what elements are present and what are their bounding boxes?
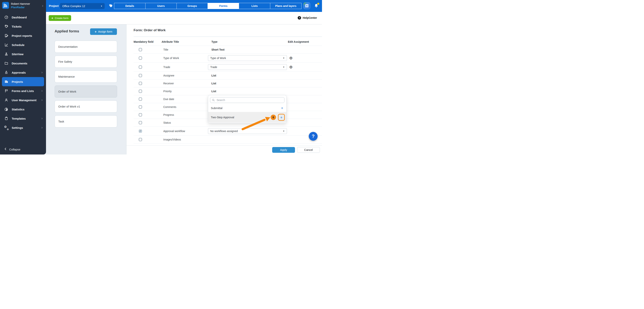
brand-name: PlanRadar (11, 6, 25, 9)
sidebar-item-documents[interactable]: Documents (2, 59, 44, 68)
tab-users[interactable]: Users (145, 3, 177, 9)
form-card-maintenance[interactable]: Maintenance (55, 70, 117, 82)
workflow-search-box[interactable] (210, 97, 284, 103)
planradar-app: Robert Hammer PlanRadar › DashboardTicke… (0, 0, 322, 154)
sidebar-item-templates[interactable]: Templates› (2, 114, 44, 123)
form-card-fire-safety[interactable]: Fire Safety (55, 56, 117, 68)
helpcenter-link[interactable]: HelpCenter (298, 16, 317, 20)
project-select[interactable]: Office Complex 12 (60, 3, 105, 9)
type-select[interactable]: Trade (208, 64, 287, 70)
tab-forms[interactable]: Forms (208, 3, 239, 9)
attribute-title: Status (163, 121, 171, 124)
mandatory-checkbox[interactable] (139, 82, 142, 85)
search-icon (212, 99, 215, 102)
sidebar-item-projects[interactable]: Projects (2, 77, 44, 86)
project-label: Project (49, 0, 59, 12)
sidebar-expand-chevron-icon[interactable]: › (42, 4, 43, 8)
sidebar-item-schedule[interactable]: Schedule (2, 40, 44, 50)
mandatory-checkbox[interactable] (139, 90, 142, 93)
assign-form-button[interactable]: Assign form (90, 28, 117, 35)
form-card-task[interactable]: Task (55, 116, 117, 128)
project-select-value: Office Complex 12 (62, 4, 85, 8)
table-row-priority: PriorityList (134, 88, 322, 95)
sidebar-item-dashboard[interactable]: Dashboard (2, 13, 44, 22)
divider (126, 145, 322, 146)
sidebar-collapse-button[interactable]: Collapse (4, 147, 20, 152)
type-select[interactable]: Type of Work (208, 55, 287, 61)
chevron-left-icon (4, 147, 7, 152)
mandatory-checkbox[interactable] (139, 130, 142, 133)
tab-lists[interactable]: Lists (239, 3, 270, 9)
sidebar-item-statistics[interactable]: Statistics (2, 105, 44, 114)
form-card-label: Order of Work (58, 90, 76, 93)
sidebar-item-label: Tickets (12, 25, 22, 28)
tab-details[interactable]: Details (114, 3, 146, 9)
form-card-label: Task (58, 120, 64, 123)
add-workflow-button[interactable] (278, 114, 285, 121)
sidebar-item-user-management[interactable]: User Management› (2, 96, 44, 105)
tab-groups[interactable]: Groups (176, 3, 208, 9)
mandatory-checkbox[interactable] (139, 121, 142, 124)
sidebar-item-siteview[interactable]: SiteView (2, 50, 44, 59)
attribute-title: Progress (163, 113, 174, 116)
floating-help-button[interactable] (309, 132, 318, 141)
applied-forms-list: DocumentationFire SafetyMaintenanceOrder… (55, 41, 117, 130)
apply-button[interactable]: Apply (272, 147, 295, 153)
sidebar-item-forms-and-lists[interactable]: Forms and Lists› (2, 86, 44, 96)
table-row-approval-workflow: Approval workflowNo workflows assigned (134, 127, 322, 136)
mandatory-checkbox[interactable] (139, 106, 142, 109)
chevron-down-icon (283, 66, 284, 68)
form-card-order-of-work[interactable]: Order of Work (55, 86, 117, 98)
workflow-option-two-step-approval[interactable]: Two-Step Approval6 (208, 112, 286, 123)
type-value: List (212, 74, 216, 77)
project-reports-icon (4, 33, 9, 38)
chevron-right-icon: › (42, 116, 42, 120)
form-card-label: Order of Work v1 (58, 105, 80, 108)
assign-form-label: Assign form (98, 30, 112, 33)
tags-icon[interactable] (108, 4, 113, 8)
mandatory-checkbox[interactable] (139, 98, 142, 101)
sidebar-item-tickets[interactable]: Tickets (2, 22, 44, 31)
gear-icon[interactable] (289, 56, 293, 60)
sidebar-header[interactable]: Robert Hammer PlanRadar › (0, 0, 46, 12)
tab-plans-and-layers[interactable]: Plans and layers (270, 3, 302, 9)
notifications-bell-icon[interactable] (314, 3, 319, 9)
type-select[interactable]: No workflows assigned (208, 128, 287, 134)
form-card-order-of-work-v1[interactable]: Order of Work v1 (55, 100, 117, 112)
mandatory-checkbox[interactable] (139, 56, 142, 60)
actions-bar: Create form HelpCenter (46, 12, 322, 24)
sidebar-item-project-reports[interactable]: Project reports (2, 31, 44, 40)
mandatory-checkbox[interactable] (139, 138, 142, 141)
sidebar-item-label: Dashboard (12, 16, 27, 19)
workflow-popup: SubmittalTwo-Step Approval6 (208, 95, 286, 123)
gear-icon[interactable] (289, 65, 293, 69)
cancel-button[interactable]: Cancel (297, 147, 320, 153)
create-form-button[interactable]: Create form (49, 15, 71, 21)
sidebar-item-label: Project reports (12, 34, 32, 38)
tickets-icon (4, 24, 9, 29)
add-workflow-button[interactable] (281, 106, 283, 110)
mandatory-checkbox[interactable] (139, 74, 142, 77)
applied-forms-panel: Applied forms Assign form DocumentationF… (46, 24, 126, 154)
attribute-title: Comments (163, 106, 176, 108)
workflow-options: SubmittalTwo-Step Approval6 (208, 104, 286, 123)
sidebar: Robert Hammer PlanRadar › DashboardTicke… (0, 0, 46, 154)
column-edit-assignment: Edit Assignment (288, 40, 309, 43)
sidebar-item-settings[interactable]: ⚙⚙Settings› (2, 123, 44, 132)
mandatory-checkbox[interactable] (139, 113, 142, 116)
mandatory-checkbox[interactable] (139, 66, 142, 69)
plus-icon (280, 116, 282, 120)
attributes-table: TitleShort TextType of WorkType of WorkT… (134, 46, 322, 144)
sidebar-nav: DashboardTicketsProject reportsScheduleS… (0, 13, 46, 132)
form-card-documentation[interactable]: Documentation (55, 41, 117, 53)
connect-app-icon[interactable] (304, 2, 310, 9)
attribute-title: Type of Work (163, 56, 179, 60)
form-card-label: Documentation (58, 45, 78, 48)
column-mandatory-field: Mandatory field (134, 40, 153, 43)
workflow-option-submittal[interactable]: Submittal (208, 104, 286, 112)
workflow-search-input[interactable] (216, 98, 282, 102)
form-card-label: Fire Safety (58, 60, 72, 63)
form-title: Form: Order of Work (134, 28, 166, 32)
mandatory-checkbox[interactable] (139, 48, 142, 51)
sidebar-item-approvals[interactable]: Approvals› (2, 68, 44, 77)
